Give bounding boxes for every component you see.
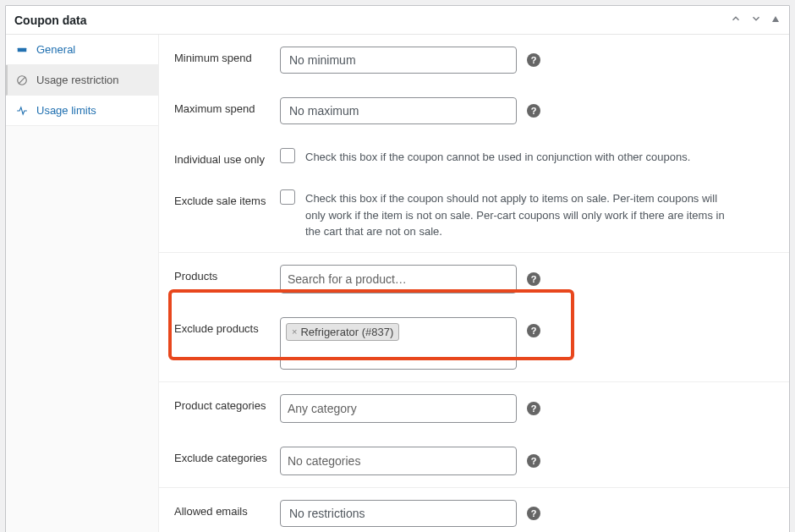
tab-label: General (36, 43, 75, 56)
block-icon (16, 74, 28, 86)
row-products: Products Search for a product… ? (159, 253, 789, 305)
label-product-categories: Product categories (174, 394, 280, 412)
label-exclude-categories: Exclude categories (174, 447, 280, 464)
product-tag: × Refrigerator (#837) (286, 323, 399, 341)
label-products: Products (174, 265, 280, 282)
row-allowed-emails: Allowed emails ? (159, 488, 789, 533)
label-exclude-products: Exclude products (174, 317, 280, 335)
exclude-categories-select[interactable]: No categories (280, 447, 517, 475)
tab-general[interactable]: General (6, 35, 158, 65)
exclude-sale-desc: Check this box if the coupon should not … (305, 189, 728, 240)
row-exclude-categories: Exclude categories No categories ? (159, 435, 789, 487)
tab-usage-limits[interactable]: Usage limits (6, 96, 158, 126)
svg-marker-0 (772, 16, 779, 22)
tab-label: Usage restriction (36, 74, 119, 86)
help-icon[interactable]: ? (527, 324, 540, 337)
ticket-icon (16, 44, 28, 56)
row-maximum-spend: Maximum spend ? (159, 85, 789, 136)
row-minimum-spend: Minimum spend ? (159, 35, 789, 85)
exclude-products-select[interactable]: × Refrigerator (#837) (280, 317, 517, 370)
help-icon[interactable]: ? (527, 104, 540, 118)
coupon-data-panel: Coupon data General (5, 5, 790, 532)
individual-use-desc: Check this box if the coupon cannot be u… (305, 148, 690, 166)
remove-tag-icon[interactable]: × (292, 326, 297, 337)
products-placeholder: Search for a product… (288, 272, 407, 286)
tab-usage-restriction[interactable]: Usage restriction (6, 65, 158, 96)
minimum-spend-input[interactable] (280, 47, 517, 74)
help-icon[interactable]: ? (527, 53, 540, 67)
label-individual-use: Individual use only (174, 148, 280, 166)
product-categories-placeholder: Any category (288, 402, 357, 415)
row-exclude-sale: Exclude sale items Check this box if the… (159, 178, 789, 252)
panel-body: General Usage restriction Usage limits M… (6, 35, 789, 532)
label-maximum-spend: Maximum spend (174, 97, 280, 115)
products-select[interactable]: Search for a product… (280, 265, 517, 293)
tab-label: Usage limits (36, 104, 96, 117)
label-exclude-sale: Exclude sale items (174, 189, 280, 207)
individual-use-checkbox[interactable] (280, 148, 295, 163)
toggle-icon[interactable] (770, 14, 781, 26)
sidebar: General Usage restriction Usage limits (6, 35, 159, 532)
exclude-categories-placeholder: No categories (288, 454, 360, 468)
row-exclude-products: Exclude products × Refrigerator (#837) ? (159, 305, 789, 381)
panel-title: Coupon data (14, 14, 87, 27)
move-down-icon[interactable] (750, 13, 762, 27)
allowed-emails-input[interactable] (280, 500, 517, 527)
row-product-categories: Product categories Any category ? (159, 382, 789, 435)
label-allowed-emails: Allowed emails (174, 500, 280, 518)
help-icon[interactable]: ? (527, 454, 540, 468)
maximum-spend-input[interactable] (280, 97, 517, 124)
move-up-icon[interactable] (730, 13, 742, 27)
exclude-sale-checkbox[interactable] (280, 189, 295, 205)
label-minimum-spend: Minimum spend (174, 47, 280, 64)
panel-header: Coupon data (6, 6, 789, 35)
help-icon[interactable]: ? (527, 507, 540, 520)
svg-line-3 (19, 76, 25, 83)
help-icon[interactable]: ? (527, 402, 540, 415)
activity-icon (16, 105, 28, 117)
help-icon[interactable]: ? (527, 272, 540, 286)
svg-rect-1 (18, 47, 27, 52)
content: Minimum spend ? Maximum spend ? Individu… (159, 35, 789, 532)
panel-controls (730, 13, 781, 27)
product-categories-select[interactable]: Any category (280, 394, 517, 423)
row-individual-use: Individual use only Check this box if th… (159, 136, 789, 178)
product-tag-label: Refrigerator (#837) (300, 326, 393, 338)
